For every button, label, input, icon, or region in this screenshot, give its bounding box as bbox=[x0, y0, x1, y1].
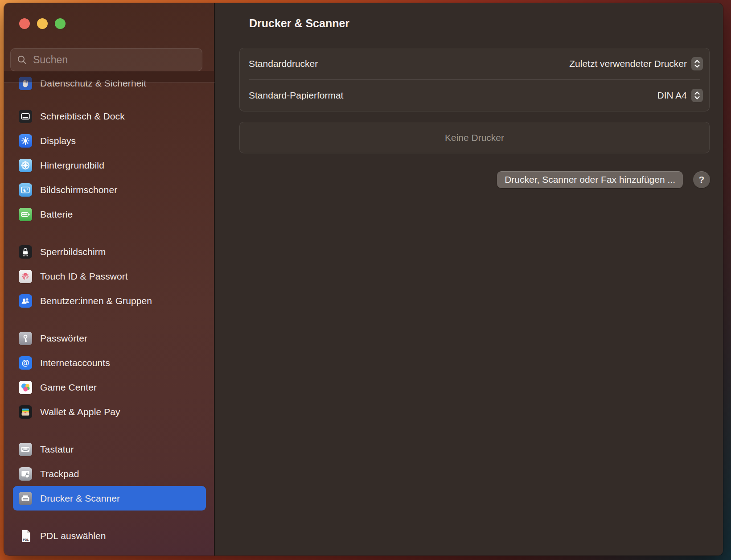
sidebar-item-label: Wallet & Apple Pay bbox=[40, 407, 120, 417]
sidebar-item-label: Passwörter bbox=[40, 333, 87, 344]
add-printer-button[interactable]: Drucker, Scanner oder Fax hinzufügen ... bbox=[497, 171, 683, 188]
stepper-icon bbox=[691, 57, 703, 70]
sidebar-header-scrim bbox=[4, 71, 215, 82]
sidebar-item-benutzer-gruppen[interactable]: Benutzer:innen & Gruppen bbox=[13, 288, 206, 313]
setting-label: Standarddrucker bbox=[249, 58, 569, 69]
printers-empty-text: Keine Drucker bbox=[445, 132, 504, 143]
keyboard-icon bbox=[19, 443, 32, 456]
standarddrucker-popup-button[interactable]: Zuletzt verwendeter Drucker bbox=[569, 57, 703, 70]
sidebar-item-label: Tastatur bbox=[40, 444, 74, 455]
touchid-icon bbox=[19, 270, 32, 283]
sidebar-item-pdl-auswaehlen[interactable]: PDLPDL auswählen bbox=[13, 523, 206, 548]
sidebar-item-label: Trackpad bbox=[40, 469, 79, 479]
sidebar: Datenschutz & SicherheitSchreibtisch & D… bbox=[4, 3, 215, 556]
key-icon bbox=[19, 332, 32, 345]
pdl-document-icon: PDL bbox=[19, 529, 32, 543]
sidebar-header-divider bbox=[4, 82, 215, 82]
users-icon bbox=[19, 294, 32, 308]
wallet-icon bbox=[19, 405, 32, 419]
trackpad-icon bbox=[19, 467, 32, 481]
sidebar-item-label: Drucker & Scanner bbox=[40, 493, 120, 504]
sidebar-item-label: Touch ID & Passwort bbox=[40, 271, 128, 282]
wallpaper-icon bbox=[19, 159, 32, 172]
sidebar-item-label: Sperrbildschirm bbox=[40, 247, 106, 257]
sidebar-item-label: Benutzer:innen & Gruppen bbox=[40, 296, 152, 306]
sidebar-group: TastaturTrackpadDrucker & Scanner bbox=[4, 437, 215, 511]
help-button[interactable]: ? bbox=[693, 171, 710, 188]
svg-text:PDL: PDL bbox=[23, 538, 29, 541]
popup-value: Zuletzt verwendeter Drucker bbox=[569, 58, 687, 69]
sidebar-item-label: Schreibtisch & Dock bbox=[40, 111, 125, 122]
sidebar-item-hintergrundbild[interactable]: Hintergrundbild bbox=[13, 153, 206, 177]
sidebar-item-passwoerter[interactable]: Passwörter bbox=[13, 326, 206, 350]
sidebar-group: PDLPDL auswählen bbox=[4, 523, 215, 548]
printer-icon bbox=[19, 492, 32, 505]
settings-window: Datenschutz & SicherheitSchreibtisch & D… bbox=[4, 3, 723, 556]
setting-row-standard-papierformat: Standard-PapierformatDIN A4 bbox=[240, 80, 709, 111]
sidebar-item-label: Bildschirmschoner bbox=[40, 185, 117, 195]
sidebar-item-label: Game Center bbox=[40, 382, 97, 393]
svg-text:@: @ bbox=[21, 358, 29, 367]
sidebar-item-touch-id-passwort[interactable]: Touch ID & Passwort bbox=[13, 264, 206, 288]
sidebar-item-tastatur[interactable]: Tastatur bbox=[13, 437, 206, 461]
sidebar-item-bildschirmschoner[interactable]: Bildschirmschoner bbox=[13, 177, 206, 202]
sidebar-item-game-center[interactable]: Game Center bbox=[13, 375, 206, 399]
sidebar-item-sperrbildschirm[interactable]: Sperrbildschirm bbox=[13, 239, 206, 264]
displays-icon bbox=[19, 134, 32, 148]
sidebar-item-displays[interactable]: Displays bbox=[13, 128, 206, 153]
sidebar-item-label: PDL auswählen bbox=[40, 531, 106, 541]
sidebar-item-label: Displays bbox=[40, 136, 76, 146]
sidebar-item-drucker-scanner[interactable]: Drucker & Scanner bbox=[13, 486, 206, 511]
printers-empty-box: Keine Drucker bbox=[239, 122, 710, 153]
sidebar-item-wallet-apple-pay[interactable]: Wallet & Apple Pay bbox=[13, 399, 206, 424]
sidebar-item-label: Internetaccounts bbox=[40, 358, 110, 368]
sidebar-item-schreibtisch-dock[interactable]: Schreibtisch & Dock bbox=[13, 104, 206, 128]
desktop-dock-icon bbox=[19, 110, 32, 123]
sidebar-item-label: Hintergrundbild bbox=[40, 160, 104, 171]
page-title: Drucker & Scanner bbox=[249, 17, 349, 30]
sidebar-item-trackpad[interactable]: Trackpad bbox=[13, 461, 206, 486]
zoom-button[interactable] bbox=[55, 18, 66, 29]
main-panel: Drucker & Scanner StandarddruckerZuletzt… bbox=[215, 3, 723, 556]
lock-icon bbox=[19, 245, 32, 259]
search-input[interactable] bbox=[32, 54, 202, 66]
battery-icon bbox=[19, 208, 32, 221]
screensaver-icon bbox=[19, 183, 32, 197]
search-field[interactable] bbox=[10, 48, 202, 71]
at-icon: @ bbox=[19, 356, 32, 370]
search-icon bbox=[16, 54, 28, 66]
sidebar-group: SperrbildschirmTouch ID & PasswortBenutz… bbox=[4, 239, 215, 313]
sidebar-item-label: Batterie bbox=[40, 209, 73, 220]
settings-card: StandarddruckerZuletzt verwendeter Druck… bbox=[239, 48, 710, 111]
setting-row-standarddrucker: StandarddruckerZuletzt verwendeter Druck… bbox=[240, 48, 709, 79]
sidebar-group: Schreibtisch & DockDisplaysHintergrundbi… bbox=[4, 104, 215, 226]
standard-papierformat-popup-button[interactable]: DIN A4 bbox=[657, 89, 703, 102]
sidebar-item-internetaccounts[interactable]: @Internetaccounts bbox=[13, 350, 206, 375]
close-button[interactable] bbox=[19, 18, 30, 29]
sidebar-group: Passwörter@InternetaccountsGame CenterWa… bbox=[4, 326, 215, 424]
popup-value: DIN A4 bbox=[657, 90, 687, 101]
stepper-icon bbox=[691, 89, 703, 102]
minimize-button[interactable] bbox=[37, 18, 48, 29]
sidebar-list: Datenschutz & SicherheitSchreibtisch & D… bbox=[4, 71, 215, 556]
setting-label: Standard-Papierformat bbox=[249, 90, 657, 101]
gamecenter-icon bbox=[19, 381, 32, 394]
sidebar-item-batterie[interactable]: Batterie bbox=[13, 202, 206, 226]
